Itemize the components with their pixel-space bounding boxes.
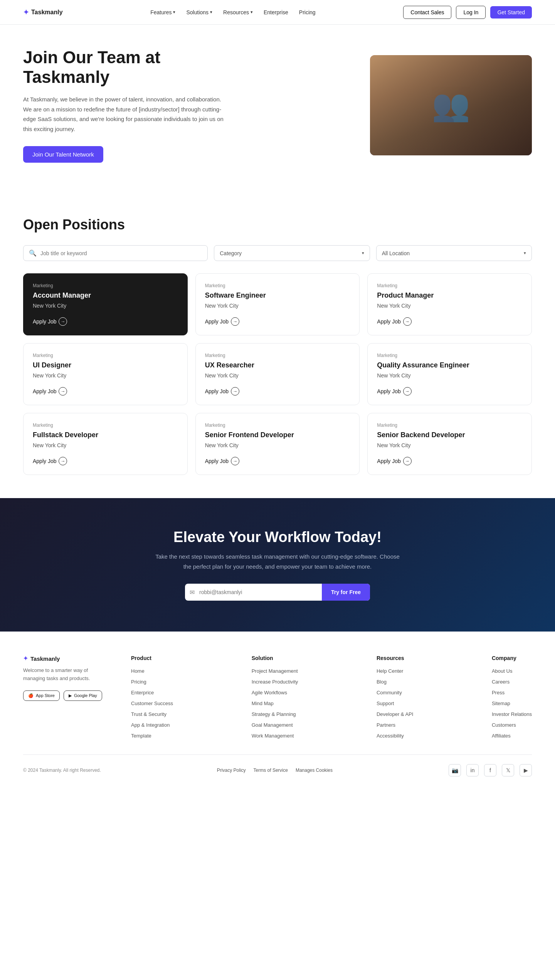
navbar: ✦ Taskmanly Features ▾ Solutions ▾ Resou… (0, 0, 555, 25)
apply-job-link[interactable]: Apply Job → (33, 457, 178, 465)
facebook-icon[interactable]: f (484, 764, 496, 776)
hero-description: At Taskmanly, we believe in the power of… (23, 94, 224, 134)
apply-job-link[interactable]: Apply Job → (205, 387, 350, 396)
footer-link[interactable]: Goal Management (252, 722, 293, 728)
email-input[interactable] (199, 584, 322, 601)
footer-link[interactable]: About Us (492, 668, 512, 674)
youtube-icon[interactable]: ▶ (520, 764, 532, 776)
job-card[interactable]: Marketing Software Engineer New York Cit… (195, 273, 360, 335)
nav-pricing[interactable]: Pricing (299, 9, 316, 15)
arrow-circle-icon: → (231, 317, 239, 326)
nav-solutions[interactable]: Solutions ▾ (186, 9, 212, 15)
hero-section: Join Our Team at Taskmanly At Taskmanly,… (0, 25, 555, 186)
apply-job-link[interactable]: Apply Job → (377, 387, 522, 396)
instagram-icon[interactable]: 📷 (449, 764, 461, 776)
job-location: New York City (33, 372, 178, 379)
footer-link[interactable]: Accessibility (377, 733, 404, 739)
footer-link[interactable]: Customer Success (131, 700, 173, 706)
job-category: Marketing (205, 423, 350, 428)
category-filter[interactable]: Category ▾ (214, 245, 370, 261)
jobs-grid: Marketing Account Manager New York City … (23, 273, 532, 475)
footer-link[interactable]: Agile Workflows (252, 690, 287, 695)
join-talent-button[interactable]: Join Our Talent Network (23, 146, 103, 163)
footer-link[interactable]: Trust & Security (131, 711, 166, 717)
nav-features[interactable]: Features ▾ (150, 9, 175, 15)
footer-link[interactable]: Support (377, 700, 394, 706)
job-card[interactable]: Marketing Account Manager New York City … (23, 273, 188, 335)
apply-label: Apply Job (377, 388, 400, 394)
legal-link[interactable]: Terms of Service (254, 768, 288, 773)
job-category: Marketing (377, 423, 522, 428)
footer-link[interactable]: Work Management (252, 733, 294, 739)
play-icon: ▶ (69, 693, 72, 698)
footer-link[interactable]: Pricing (131, 679, 146, 685)
footer-link[interactable]: Mind Map (252, 700, 274, 706)
footer-link[interactable]: Partners (377, 722, 395, 728)
get-started-button[interactable]: Get Started (490, 6, 532, 19)
google-play-badge[interactable]: ▶ Google Play (64, 690, 102, 701)
footer-link[interactable]: Home (131, 668, 145, 674)
footer-link[interactable]: Careers (492, 679, 510, 685)
apply-job-link[interactable]: Apply Job → (33, 387, 178, 396)
search-icon: 🔍 (29, 249, 37, 257)
location-filter[interactable]: All Location ▾ (376, 245, 532, 261)
apply-job-link[interactable]: Apply Job → (205, 317, 350, 326)
apply-job-link[interactable]: Apply Job → (377, 457, 522, 465)
arrow-circle-icon: → (59, 317, 67, 326)
apply-job-link[interactable]: Apply Job → (205, 457, 350, 465)
footer-link[interactable]: Community (377, 690, 402, 695)
apple-icon: 🍎 (28, 693, 34, 698)
footer-link[interactable]: Help Center (377, 668, 403, 674)
footer-col-heading: Solution (252, 655, 298, 661)
apply-label: Apply Job (377, 318, 400, 325)
nav-resources[interactable]: Resources ▾ (223, 9, 253, 15)
footer-link[interactable]: Blog (377, 679, 387, 685)
job-card[interactable]: Marketing Senior Backend Developer New Y… (367, 413, 532, 475)
try-free-button[interactable]: Try for Free (322, 584, 370, 601)
linkedin-icon[interactable]: in (466, 764, 479, 776)
chevron-down-icon: ▾ (524, 251, 526, 256)
filters-bar: 🔍 Category ▾ All Location ▾ (23, 245, 532, 261)
footer-link[interactable]: Customers (492, 722, 516, 728)
footer-link[interactable]: Investor Relations (492, 711, 532, 717)
job-location: New York City (205, 303, 350, 309)
legal-link[interactable]: Manages Cookies (296, 768, 333, 773)
contact-sales-link[interactable]: Contact Sales (403, 6, 451, 19)
login-button[interactable]: Log In (456, 6, 486, 19)
footer-link[interactable]: Strategy & Planning (252, 711, 296, 717)
job-card[interactable]: Marketing UX Researcher New York City Ap… (195, 343, 360, 405)
footer-brand: ✦ Taskmanly Welcome to a smarter way of … (23, 655, 108, 739)
arrow-circle-icon: → (231, 387, 239, 396)
open-positions-section: Open Positions 🔍 Category ▾ All Location… (0, 201, 555, 498)
job-card[interactable]: Marketing Fullstack Developer New York C… (23, 413, 188, 475)
footer-link[interactable]: Enterprice (131, 690, 154, 695)
footer-link[interactable]: Sitemap (492, 700, 510, 706)
footer-link[interactable]: Template (131, 733, 151, 739)
app-store-badge[interactable]: 🍎 App Store (23, 690, 60, 701)
apply-job-link[interactable]: Apply Job → (33, 317, 178, 326)
job-card[interactable]: Marketing Senior Frontend Developer New … (195, 413, 360, 475)
footer-link[interactable]: Project Management (252, 668, 298, 674)
footer-link[interactable]: Affiliates (492, 733, 511, 739)
job-card[interactable]: Marketing Quality Assurance Engineer New… (367, 343, 532, 405)
search-input[interactable] (40, 250, 202, 256)
nav-enterprise[interactable]: Enterprise (264, 9, 288, 15)
footer-link[interactable]: App & Integration (131, 722, 170, 728)
twitter-icon[interactable]: 𝕏 (502, 764, 514, 776)
job-card[interactable]: Marketing UI Designer New York City Appl… (23, 343, 188, 405)
footer-column: ProductHomePricingEnterpriceCustomer Suc… (131, 655, 173, 739)
legal-link[interactable]: Privacy Policy (217, 768, 246, 773)
search-filter[interactable]: 🔍 (23, 245, 208, 261)
job-location: New York City (33, 442, 178, 448)
footer-link[interactable]: Press (492, 690, 505, 695)
footer-link[interactable]: Developer & API (377, 711, 413, 717)
apply-job-link[interactable]: Apply Job → (377, 317, 522, 326)
logo[interactable]: ✦ Taskmanly (23, 8, 63, 17)
footer-link[interactable]: Increase Productivity (252, 679, 298, 685)
social-icons: 📷inf𝕏▶ (449, 764, 532, 776)
footer-logo-text: Taskmanly (30, 655, 60, 662)
job-location: New York City (33, 303, 178, 309)
hero-image (370, 55, 532, 155)
arrow-circle-icon: → (59, 387, 67, 396)
job-card[interactable]: Marketing Product Manager New York City … (367, 273, 532, 335)
